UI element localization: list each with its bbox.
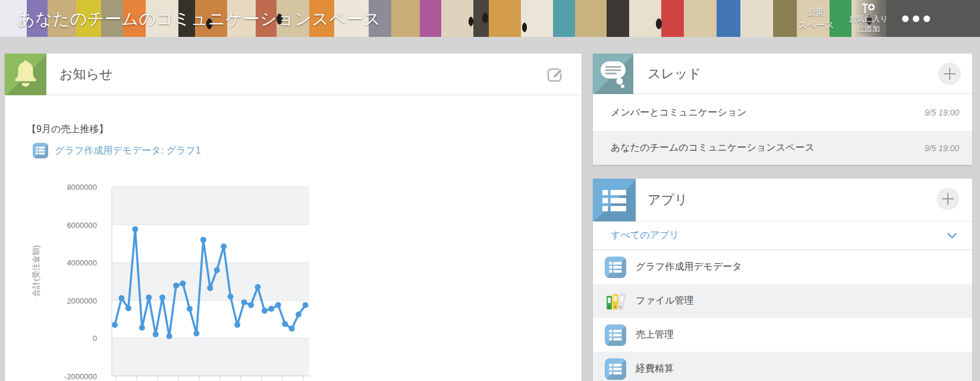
svg-text:-2000000: -2000000	[64, 372, 97, 381]
app-list-item[interactable]: 経費精算	[593, 352, 972, 381]
dot	[913, 15, 919, 22]
apps-title: アプリ	[648, 191, 688, 209]
space-cover-header: あなたのチームのコミュニケーションスペース 公開 スペース お気に入り に追加	[0, 0, 980, 37]
add-to-favorites-button[interactable]: お気に入り に追加	[849, 3, 888, 35]
all-apps-label: すべてのアプリ	[593, 229, 679, 242]
announcements-header: お知らせ	[5, 54, 582, 95]
add-thread-button[interactable]	[938, 63, 961, 85]
header-actions: 公開 スペース お気に入り に追加	[798, 0, 930, 37]
svg-text:6000000: 6000000	[67, 221, 97, 230]
announcements-title: お知らせ	[59, 65, 113, 83]
apps-header: アプリ	[593, 179, 972, 221]
svg-text:0: 0	[93, 334, 97, 343]
thread-item[interactable]: メンバーとコミュニケーション 9/5 19:00	[593, 94, 972, 131]
apps-grid-icon	[593, 179, 636, 221]
post-heading: 【9月の売上推移】	[27, 123, 108, 136]
space-title: あなたのチームのコミュニケーションスペース	[18, 8, 381, 30]
svg-text:8000000: 8000000	[67, 183, 97, 192]
public-space-label-line2: スペース	[798, 18, 834, 32]
app-table-icon	[33, 143, 48, 158]
edit-announcement-button[interactable]	[546, 65, 565, 84]
dot	[902, 15, 909, 22]
app-list-item[interactable]: グラフ作成用デモデータ	[593, 250, 972, 284]
thread-item-label: メンバーとコミュニケーション	[593, 107, 747, 119]
app-table-icon	[605, 257, 626, 278]
dot	[924, 15, 930, 22]
favorite-label-line2: に追加	[856, 24, 880, 35]
app-list-item[interactable]: ファイル管理	[593, 284, 972, 318]
thread-item-timestamp: 9/5 19:00	[925, 108, 972, 117]
public-space-button[interactable]: 公開 スペース	[798, 5, 834, 32]
thread-item-timestamp: 9/5 19:00	[925, 143, 972, 153]
app-record-link[interactable]: グラフ作成用デモデータ: グラフ1	[33, 143, 201, 158]
app-list-item[interactable]: 売上管理	[593, 318, 972, 352]
threads-title: スレッド	[648, 65, 701, 83]
app-label: グラフ作成用デモデータ	[636, 261, 742, 273]
svg-text:2000000: 2000000	[67, 296, 97, 305]
apps-panel: アプリ すべてのアプリ グラフ作成用デモデータ	[593, 179, 972, 381]
bell-icon	[5, 54, 46, 95]
app-label: 経費精算	[636, 363, 674, 375]
graph-link-label: グラフ作成用デモデータ: グラフ1	[55, 145, 201, 157]
sales-chart: 80000006000000400000020000000-2000000合計(…	[21, 173, 309, 381]
binders-icon	[605, 291, 626, 312]
threads-header: スレッド	[593, 54, 972, 94]
threads-panel: スレッド メンバーとコミュニケーション 9/5 19:00 あなたのチームのコミ…	[593, 54, 972, 165]
announcements-panel: お知らせ 【9月の売上推移】 グラフ作成用デモデータ: グラフ1 8000000…	[5, 54, 582, 381]
svg-text:4000000: 4000000	[67, 258, 97, 267]
thread-item[interactable]: あなたのチームのコミュニケーションスペース 9/5 19:00	[593, 131, 972, 165]
app-table-icon	[605, 358, 626, 380]
public-space-label-line1: 公開	[798, 5, 834, 18]
favorite-label-line1: お気に入り	[849, 14, 888, 24]
app-table-icon	[605, 324, 626, 346]
all-apps-filter[interactable]: すべてのアプリ	[593, 221, 972, 250]
svg-text:合計(受注金額): 合計(受注金額)	[32, 245, 40, 297]
thread-item-label: あなたのチームのコミュニケーションスペース	[593, 142, 815, 154]
add-app-button[interactable]	[937, 188, 959, 210]
app-label: ファイル管理	[636, 295, 694, 307]
overflow-menu-button[interactable]	[902, 15, 930, 22]
pin-plus-icon	[860, 3, 876, 14]
app-label: 売上管理	[636, 329, 674, 341]
speech-bubble-icon	[593, 54, 633, 94]
chevron-down-icon	[947, 232, 957, 239]
sales-chart-container: 80000006000000400000020000000-2000000合計(…	[21, 173, 309, 381]
